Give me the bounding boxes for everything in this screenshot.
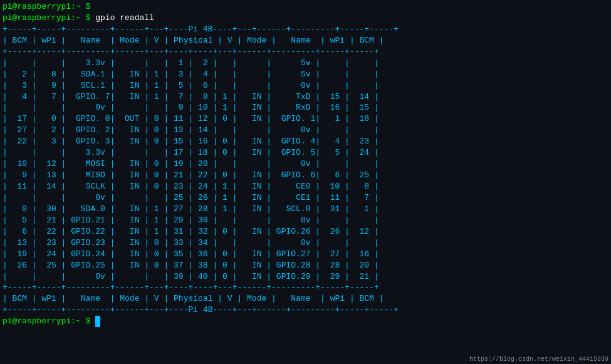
table-row-18: | 19 | 24 | GPIO.24 | IN | 0 | 35 | 36 |… xyxy=(3,249,608,260)
table-row-20: | | | 0v | | | 39 | 40 | 0 | IN | GPIO.2… xyxy=(3,271,608,283)
table-header: | BCM | wPi | Name | Mode | V | Physical… xyxy=(3,35,608,46)
table-row-10: | 10 | 12 | MOSI | IN | 0 | 19 | 20 | | … xyxy=(3,159,608,170)
command-text: gpio readall xyxy=(95,13,154,23)
table-row-9: | | | 3.3v | | | 17 | 18 | 0 | IN | GPIO… xyxy=(3,147,608,159)
table-row-8: | 22 | 3 | GPIO. 3| IN | 0 | 15 | 16 | 0… xyxy=(3,136,608,147)
table-bottom-border: +-----+-----+---------+------+---+----Pi… xyxy=(3,304,608,316)
table-footer-header: | BCM | wPi | Name | Mode | V | Physical… xyxy=(3,293,608,304)
table-row-4: | 4 | 7 | GPIO. 7| IN | 1 | 7 | 8 | 1 | … xyxy=(3,91,608,103)
table-row-2: | 2 | 8 | SDA.1 | IN | 1 | 3 | 4 | | | 5… xyxy=(3,69,608,80)
table-row-6: | 17 | 0 | GPIO. 0| OUT | 0 | 11 | 12 | … xyxy=(3,113,608,125)
table-header-border: +-----+-----+---------+------+---+----+-… xyxy=(3,46,608,58)
table-top-border: +-----+-----+---------+------+---+----Pi… xyxy=(3,24,608,35)
table-row-17: | 13 | 23 | GPIO.23 | IN | 0 | 33 | 34 |… xyxy=(3,237,608,249)
table-row-15: | 5 | 21 | GPIO.21 | IN | 1 | 29 | 30 | … xyxy=(3,215,608,226)
table-row-16: | 6 | 22 | GPIO.22 | IN | 1 | 31 | 32 | … xyxy=(3,226,608,237)
table-footer-border: +-----+-----+---------+------+---+----+-… xyxy=(3,282,608,293)
table-row-11: | 9 | 13 | MISO | IN | 0 | 21 | 22 | 0 |… xyxy=(3,170,608,181)
table-row-5: | | | 0v | | | 9 | 10 | 1 | IN | RxD | 1… xyxy=(3,102,608,113)
terminal-line-1: pi@raspberrypi:~ $ gpio readall xyxy=(3,13,608,24)
table-row-14: | 0 | 30 | SDA.0 | IN | 1 | 27 | 28 | 1 … xyxy=(3,204,608,215)
table-row-13: | | | 0v | | | 25 | 26 | 1 | IN | CE1 | … xyxy=(3,192,608,204)
table-row-7: | 27 | 2 | GPIO. 2| IN | 0 | 13 | 14 | |… xyxy=(3,125,608,136)
terminal-line-0: pi@raspberrypi:~ $ xyxy=(3,1,608,13)
terminal-output: pi@raspberrypi:~ $ pi@raspberrypi:~ $ gp… xyxy=(3,1,608,327)
table-row-19: | 26 | 25 | GPIO.25 | IN | 0 | 37 | 38 |… xyxy=(3,260,608,271)
table-row-3: | 3 | 9 | SCL.1 | IN | 1 | 5 | 6 | | | 0… xyxy=(3,80,608,91)
table-row-12: | 11 | 14 | SCLK | IN | 0 | 23 | 24 | 1 … xyxy=(3,181,608,192)
terminal-line-final: pi@raspberrypi:~ $ xyxy=(3,316,608,327)
terminal-window: pi@raspberrypi:~ $ pi@raspberrypi:~ $ gp… xyxy=(0,0,611,364)
prompt-final: pi@raspberrypi:~ $ xyxy=(3,316,95,326)
prompt-1: pi@raspberrypi:~ $ xyxy=(3,13,95,23)
table-row-1: | | | 3.3v | | | 1 | 2 | | | 5v | | | xyxy=(3,58,608,69)
watermark: https://blog.csdn.net/weixin_44415639 xyxy=(469,356,608,363)
prompt-0: pi@raspberrypi:~ $ xyxy=(3,2,95,11)
